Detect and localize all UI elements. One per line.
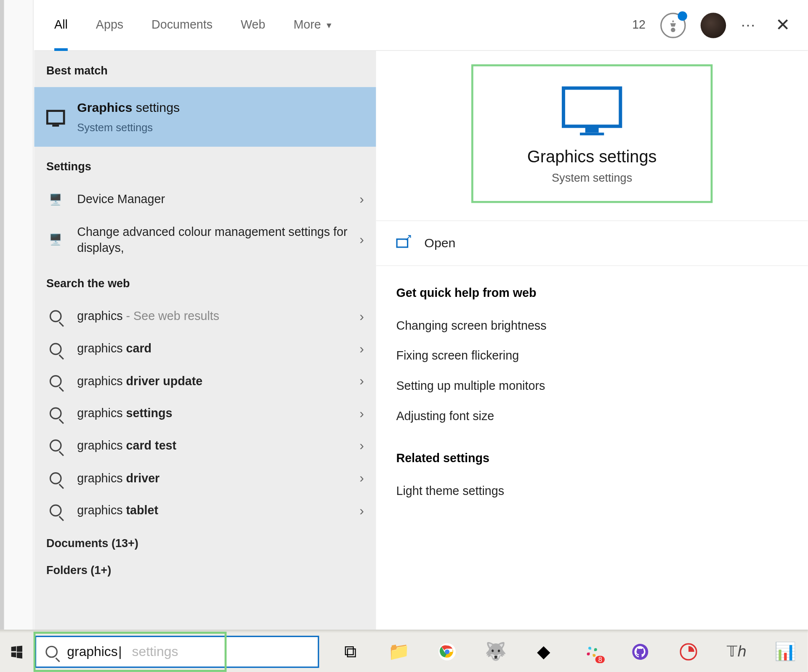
search-icon xyxy=(46,343,65,355)
user-avatar[interactable] xyxy=(701,12,726,38)
web-result-graphics-settings[interactable]: graphics settings › xyxy=(34,397,376,430)
search-typed-text: graphics xyxy=(67,644,122,659)
app-chart-icon[interactable]: 📊 xyxy=(775,641,795,661)
result-colour-management[interactable]: 🖥️ Change advanced colour management set… xyxy=(34,215,376,264)
tab-web[interactable]: Web xyxy=(241,0,265,50)
inkscape-icon[interactable]: ◆ xyxy=(534,641,554,661)
related-header: Related settings xyxy=(376,431,808,476)
start-button[interactable] xyxy=(0,630,34,672)
result-best-match[interactable]: Graphics settings System settings xyxy=(34,87,376,147)
chevron-right-icon: › xyxy=(359,309,364,324)
notification-dot-icon xyxy=(678,11,687,20)
web-result-graphics-driver[interactable]: graphics driver › xyxy=(34,462,376,495)
medal-icon xyxy=(666,19,680,32)
web-result-graphics-driver-update[interactable]: graphics driver update › xyxy=(34,365,376,397)
section-best-match: Best match xyxy=(34,51,376,87)
app-red-icon[interactable] xyxy=(678,641,699,661)
taskbar: graphics settings ⧉ 📁 🐺 ◆ 8 𝕋ℎ xyxy=(0,630,808,672)
section-folders[interactable]: Folders (1+) xyxy=(34,561,376,588)
github-desktop-icon[interactable] xyxy=(630,641,650,661)
web-result-graphics[interactable]: graphics - See web results › xyxy=(34,300,376,333)
badge-count: 8 xyxy=(595,656,605,663)
search-tabs: All Apps Documents Web More▼ 12 ⋯ ✕ xyxy=(34,0,808,51)
tab-all[interactable]: All xyxy=(54,0,68,50)
gimp-icon[interactable]: 🐺 xyxy=(485,641,505,661)
result-label: graphics driver update xyxy=(77,373,359,389)
web-result-graphics-card-test[interactable]: graphics card test › xyxy=(34,430,376,462)
taskview-icon[interactable]: ⧉ xyxy=(340,641,361,661)
result-device-manager[interactable]: 🖥️ Device Manager › xyxy=(34,183,376,215)
web-result-graphics-tablet[interactable]: graphics tablet › xyxy=(34,494,376,526)
help-multiple-monitors[interactable]: Setting up multiple monitors xyxy=(376,371,808,402)
open-action[interactable]: Open xyxy=(376,220,808,266)
monitor-icon xyxy=(46,110,65,124)
result-label: Change advanced colour management settin… xyxy=(77,223,359,256)
chevron-down-icon: ▼ xyxy=(325,21,333,30)
result-label: graphics settings xyxy=(77,405,359,422)
best-match-title: Graphics settings xyxy=(77,99,364,116)
window-left-gutter xyxy=(0,0,34,630)
rewards-count: 12 xyxy=(632,18,646,32)
svg-point-1 xyxy=(445,649,449,654)
chevron-right-icon: › xyxy=(359,341,364,357)
chevron-right-icon: › xyxy=(359,406,364,421)
chevron-right-icon: › xyxy=(359,191,364,207)
chrome-icon[interactable] xyxy=(437,641,457,661)
tab-apps[interactable]: Apps xyxy=(96,0,123,50)
rewards-medal-button[interactable] xyxy=(660,12,686,38)
results-list: Best match Graphics settings System sett… xyxy=(34,51,376,630)
taskbar-icons: ⧉ 📁 🐺 ◆ 8 𝕋ℎ 📊 xyxy=(340,641,795,661)
result-label: Device Manager xyxy=(77,191,359,207)
search-icon xyxy=(46,505,65,517)
detail-pane: Graphics settings System settings Open G… xyxy=(376,51,808,630)
open-external-icon xyxy=(396,238,408,248)
search-icon xyxy=(46,472,65,484)
windows-icon xyxy=(9,644,24,659)
monitor-large-icon xyxy=(562,86,622,128)
chevron-right-icon: › xyxy=(359,471,364,486)
detail-title: Graphics settings xyxy=(480,147,704,166)
file-explorer-icon[interactable]: 📁 xyxy=(389,641,409,661)
best-match-subtitle: System settings xyxy=(77,120,364,135)
search-icon xyxy=(46,310,65,323)
help-font-size[interactable]: Adjusting font size xyxy=(376,401,808,431)
section-search-web: Search the web xyxy=(34,264,376,300)
detail-subtitle: System settings xyxy=(480,172,704,185)
search-icon xyxy=(46,407,65,420)
help-header: Get quick help from web xyxy=(376,266,808,311)
section-documents[interactable]: Documents (13+) xyxy=(34,526,376,561)
app-typography-icon[interactable]: 𝕋ℎ xyxy=(727,641,747,661)
taskbar-search-wrap: graphics settings xyxy=(35,635,319,667)
search-panel: All Apps Documents Web More▼ 12 ⋯ ✕ Best… xyxy=(34,0,808,630)
chevron-right-icon: › xyxy=(359,373,364,389)
section-settings: Settings xyxy=(34,147,376,183)
tab-more[interactable]: More▼ xyxy=(293,0,333,50)
result-label: graphics card test xyxy=(77,438,359,454)
result-label: graphics card xyxy=(77,341,359,357)
result-label: graphics driver xyxy=(77,470,359,487)
display-colour-icon: 🖥️ xyxy=(46,233,65,246)
tab-documents[interactable]: Documents xyxy=(152,0,213,50)
result-label: graphics - See web results xyxy=(77,308,359,325)
more-options-button[interactable]: ⋯ xyxy=(741,16,757,34)
search-icon xyxy=(46,375,65,387)
slack-icon[interactable]: 8 xyxy=(582,641,602,661)
chevron-right-icon: › xyxy=(359,503,364,519)
search-icon xyxy=(46,440,65,452)
tab-more-label: More xyxy=(293,18,321,32)
result-label: graphics tablet xyxy=(77,503,359,519)
chevron-right-icon: › xyxy=(359,438,364,454)
search-ghost-text: settings xyxy=(132,644,178,659)
web-result-graphics-card[interactable]: graphics card › xyxy=(34,333,376,365)
open-label: Open xyxy=(424,236,455,251)
search-icon xyxy=(45,646,58,658)
chevron-right-icon: › xyxy=(359,232,364,248)
taskbar-search-input[interactable]: graphics settings xyxy=(35,635,319,667)
detail-hero: Graphics settings System settings xyxy=(471,64,712,203)
help-brightness[interactable]: Changing screen brightness xyxy=(376,311,808,341)
close-button[interactable]: ✕ xyxy=(772,15,795,35)
related-light-theme[interactable]: Light theme settings xyxy=(376,476,808,507)
device-manager-icon: 🖥️ xyxy=(46,193,65,206)
help-flickering[interactable]: Fixing screen flickering xyxy=(376,341,808,371)
